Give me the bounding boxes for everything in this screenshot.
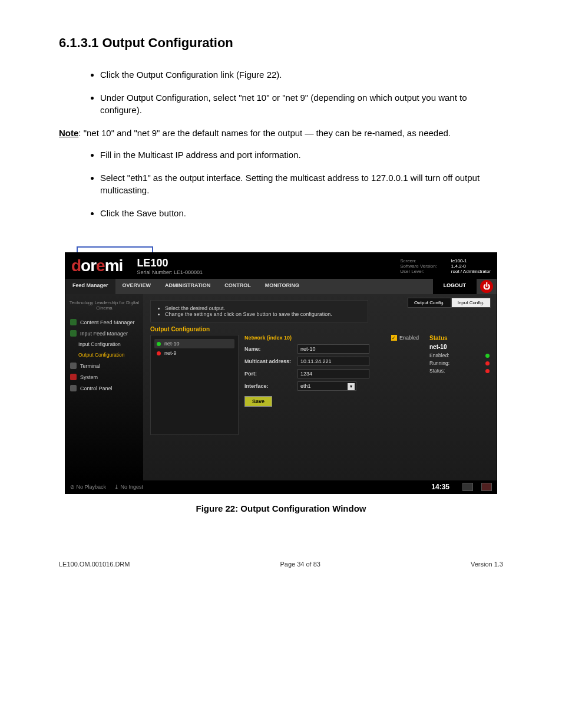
status-dot	[485, 354, 490, 358]
enabled-checkbox[interactable]: ✓Enabled	[391, 335, 419, 341]
output-item-net9[interactable]: net-9	[154, 348, 234, 358]
status-dot-red	[157, 351, 161, 355]
sidebar-item-system[interactable]: System	[65, 371, 143, 383]
bullet-item: Fill in the Multicast IP address and por…	[100, 149, 503, 161]
terminal-icon	[70, 363, 77, 369]
sidebar-item-input-feed[interactable]: Input Feed Manager	[65, 328, 143, 339]
status-dot	[485, 361, 490, 365]
tab-control[interactable]: CONTROL	[217, 279, 258, 294]
feed-icon	[70, 319, 77, 325]
sidebar-item-control-panel[interactable]: Control Panel	[65, 383, 143, 394]
bullet-item: Click the Output Configuration link (Fig…	[100, 68, 503, 81]
tab-monitoring[interactable]: MONITORING	[258, 279, 306, 294]
bullet-item: Click the Save button.	[100, 207, 503, 219]
note: Note: "net 10" and "net 9" are the defau…	[59, 128, 503, 138]
footer-icon[interactable]	[481, 483, 492, 491]
interface-select[interactable]: eth1▾	[297, 381, 356, 391]
status-dot-green	[157, 342, 161, 346]
config-toggle[interactable]: Output Config. Input Config.	[408, 298, 491, 308]
port-label: Port:	[244, 371, 297, 377]
name-input[interactable]	[297, 344, 369, 354]
product-name: LE100	[137, 257, 203, 269]
tagline: Technology Leadership for Digital Cinema	[65, 298, 143, 317]
save-button[interactable]: Save	[244, 396, 272, 407]
logout-button[interactable]: LOGOUT	[433, 279, 477, 294]
figure-caption: Figure 22: Output Configuration Window	[59, 503, 503, 513]
name-label: Name:	[244, 346, 297, 352]
tab-overview[interactable]: OVERVIEW	[115, 279, 158, 294]
status-panel: Status net-10 Enabled: Running: Status:	[425, 335, 490, 435]
output-item-net10[interactable]: net-10	[154, 339, 234, 348]
system-icon	[70, 374, 77, 380]
port-input[interactable]	[297, 369, 369, 378]
logo: doremi	[71, 256, 123, 275]
chevron-down-icon: ▾	[348, 383, 355, 390]
serial-number: Serial Number: LE1-000001	[137, 269, 203, 275]
page-footer: LE100.OM.001016.DRM Page 34 of 83 Versio…	[59, 561, 503, 568]
footer-icon[interactable]	[462, 483, 473, 491]
footer-playback: ⊘ No Playback	[70, 484, 106, 490]
panel-icon	[70, 385, 77, 391]
feed-icon	[70, 330, 77, 337]
footer-ingest: ⤓ No Ingest	[114, 484, 143, 490]
if-label: Interface:	[244, 383, 297, 389]
tab-administration[interactable]: ADMINISTRATION	[158, 279, 217, 294]
status-dot	[485, 369, 490, 373]
power-icon[interactable]: ⏻	[480, 280, 493, 293]
footer-time: 14:35	[431, 483, 449, 491]
sidebar-item-input-config[interactable]: Input Configuration	[65, 339, 143, 350]
screenshot-app: doremi LE100 Serial Number: LE1-000001 S…	[65, 252, 497, 494]
tab-feed-manager[interactable]: Feed Manager	[65, 279, 115, 294]
system-info: Screen: Software Version: User Level: le…	[400, 258, 491, 274]
sidebar-item-content-feed[interactable]: Content Feed Manager	[65, 317, 143, 328]
form-heading: Network (index 10)	[244, 335, 292, 341]
section-heading: 6.1.3.1 Output Configuration	[59, 35, 503, 51]
section-title: Output Configuration	[150, 326, 490, 332]
mcast-label: Multicast address:	[244, 358, 297, 364]
output-list: net-10 net-9	[150, 335, 239, 435]
sidebar-item-terminal[interactable]: Terminal	[65, 360, 143, 371]
info-box: Select the desired output. Change the se…	[150, 300, 368, 322]
bullet-item: Select "eth1" as the output interface. S…	[100, 172, 503, 196]
sidebar: Technology Leadership for Digital Cinema…	[65, 294, 143, 480]
bullet-item: Under Output Configuration, select "net …	[100, 91, 503, 116]
mcast-input[interactable]	[297, 357, 369, 366]
sidebar-item-output-config[interactable]: Output Configuration	[65, 350, 143, 360]
